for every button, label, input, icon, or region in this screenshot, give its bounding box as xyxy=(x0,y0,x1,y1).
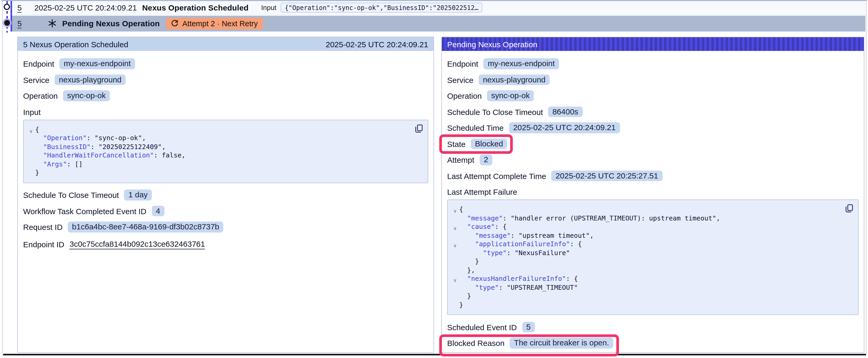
field-service: Service nexus-playground xyxy=(447,74,550,86)
code-line: } xyxy=(459,257,479,266)
field-operation: Operation sync-op-ok xyxy=(447,90,534,102)
field-schedule-to-close-timeout: Schedule To Close Timeout 1 day xyxy=(23,189,152,201)
chevron-down-icon[interactable]: ∨ xyxy=(27,127,35,135)
chevron-down-icon[interactable]: ∨ xyxy=(451,241,459,250)
field-value-chip: nexus-playground xyxy=(55,74,126,85)
field-last-attempt-complete-time: Last Attempt Complete Time 2025-02-25 UT… xyxy=(447,170,662,182)
field-label: Scheduled Time xyxy=(447,123,504,132)
field-schedule-to-close-timeout: Schedule To Close Timeout 86400s xyxy=(447,106,583,118)
code-line: "message": "handler error (UPSTREAM_TIME… xyxy=(459,214,720,223)
code-line: "type": "UPSTREAM_TIMEOUT" xyxy=(459,283,578,292)
field-value-chip: 2 xyxy=(479,155,492,165)
chevron-down-icon[interactable]: ∨ xyxy=(451,276,459,285)
gutter-spacer xyxy=(451,267,459,276)
field-scheduled-event-id: Scheduled Event ID 5 xyxy=(447,321,535,333)
chevron-down-icon[interactable]: ∨ xyxy=(451,207,459,216)
gutter-spacer xyxy=(451,250,459,259)
attempt-retry-badge[interactable]: Attempt 2 · Next Retry xyxy=(166,18,263,29)
field-value-chip: 2025-02-25 UTC 20:25:27.51 xyxy=(552,171,662,182)
panel-title: Pending Nexus Operation xyxy=(447,40,537,48)
window-right-border xyxy=(866,1,866,356)
field-label: Scheduled Event ID xyxy=(447,323,517,331)
gutter-spacer xyxy=(27,170,35,179)
field-blocked-reason: Blocked Reason The circuit breaker is op… xyxy=(447,337,613,349)
gutter-spacer xyxy=(27,135,35,144)
code-line: } xyxy=(459,300,463,309)
field-label: Service xyxy=(447,75,473,84)
code-line: { xyxy=(35,125,39,134)
event-row-pending[interactable]: 5 Pending Nexus Operation Attempt 2 · Ne… xyxy=(12,15,865,32)
attempt-retry-label: Attempt 2 · Next Retry xyxy=(182,19,258,28)
field-label: Endpoint ID xyxy=(23,240,64,249)
gutter-spacer xyxy=(451,233,459,241)
code-line: "Args": [] xyxy=(35,160,83,168)
pending-asterisk-icon xyxy=(48,19,57,28)
field-value-chip: nexus-playground xyxy=(479,74,550,85)
field-value-chip: sync-op-ok xyxy=(487,91,534,101)
code-line: } xyxy=(35,168,39,177)
field-label: Schedule To Close Timeout xyxy=(447,107,543,116)
field-value-chip: my-nexus-endpoint xyxy=(59,59,135,69)
gutter-spacer xyxy=(451,259,459,267)
field-label: Operation xyxy=(23,91,58,100)
field-scheduled-time: Scheduled Time 2025-02-25 UTC 20:24:09.2… xyxy=(447,122,620,134)
field-endpoint: Endpoint my-nexus-endpoint xyxy=(23,58,135,70)
timeline-marker-open-icon xyxy=(3,4,10,10)
field-state: State Blocked xyxy=(447,138,507,150)
input-json-block: ∨{ "Operation": "sync-op-ok", "BusinessI… xyxy=(23,120,428,183)
retry-icon xyxy=(171,20,179,27)
event-input-preview-chip[interactable]: {"Operation":"sync-op-ok","BusinessID":"… xyxy=(281,3,483,13)
event-id-link[interactable]: 5 xyxy=(17,19,22,28)
field-endpoint: Endpoint my-nexus-endpoint xyxy=(447,58,559,70)
pending-operation-panel: Pending Nexus Operation Endpoint my-nexu… xyxy=(441,37,864,353)
field-label: Blocked Reason xyxy=(447,338,504,348)
event-timestamp: 2025-02-25 UTC 20:24:09.21 xyxy=(34,3,137,12)
copy-icon[interactable] xyxy=(845,204,853,213)
code-line: "cause": { xyxy=(459,223,507,231)
gutter-spacer xyxy=(451,216,459,224)
field-label: State xyxy=(447,139,466,148)
panel-title: 5 Nexus Operation Scheduled xyxy=(23,40,128,48)
gutter-spacer xyxy=(451,285,459,293)
state-value-chip: Blocked xyxy=(471,138,507,149)
code-line: "applicationFailureInfo": { xyxy=(459,240,582,249)
endpoint-id-link[interactable]: 3c0c75ccfa8144b092c13ce632463761 xyxy=(70,239,205,249)
code-line: "nexusHandlerFailureInfo": { xyxy=(459,274,578,283)
field-label: Last Attempt Complete Time xyxy=(447,171,546,180)
code-line: "HandlerWaitForCancellation": false, xyxy=(35,151,185,160)
field-value-chip: 5 xyxy=(522,322,535,332)
field-value-chip: b1c6a4bc-8ee7-468a-9169-df3b02c8737b xyxy=(68,222,223,232)
code-line: } xyxy=(459,292,471,300)
timeline-marker-filled-icon xyxy=(4,20,10,26)
panel-timestamp: 2025-02-25 UTC 20:24:09.21 xyxy=(326,40,428,48)
window-left-border xyxy=(2,1,3,356)
event-row-scheduled[interactable]: 5 2025-02-25 UTC 20:24:09.21 Nexus Opera… xyxy=(12,1,865,15)
field-label: Attempt xyxy=(447,155,474,164)
field-label: Request ID xyxy=(23,223,63,231)
state-field-highlighted: State Blocked xyxy=(447,138,507,150)
failure-section-label: Last Attempt Failure xyxy=(447,187,859,196)
field-label: Endpoint xyxy=(447,59,478,68)
event-title: Nexus Operation Scheduled xyxy=(142,3,249,12)
window-bottom-border xyxy=(3,354,866,355)
code-line: { xyxy=(459,205,463,214)
field-value-chip: 1 day xyxy=(124,190,152,200)
chevron-down-icon[interactable]: ∨ xyxy=(451,224,459,233)
field-label: Operation xyxy=(447,91,482,100)
pending-panel-header: Pending Nexus Operation xyxy=(442,37,864,51)
field-operation: Operation sync-op-ok xyxy=(23,90,110,102)
event-input-label: Input xyxy=(261,4,276,12)
field-request-id: Request ID b1c6a4bc-8ee7-468a-9169-df3b0… xyxy=(23,221,223,233)
field-label: Service xyxy=(23,75,50,84)
code-line: "Operation": "sync-op-ok", xyxy=(35,134,146,142)
event-title: Pending Nexus Operation xyxy=(62,19,160,28)
gutter-spacer xyxy=(27,161,35,170)
field-value-chip: sync-op-ok xyxy=(63,91,110,101)
copy-icon[interactable] xyxy=(415,124,423,133)
field-value-chip: 2025-02-25 UTC 20:24:09.21 xyxy=(509,123,620,133)
scheduled-event-panel: 5 Nexus Operation Scheduled 2025-02-25 U… xyxy=(17,37,434,353)
blocked-reason-value-chip: The circuit breaker is open. xyxy=(510,338,613,349)
scheduled-panel-header: 5 Nexus Operation Scheduled 2025-02-25 U… xyxy=(18,37,433,51)
event-id-link[interactable]: 5 xyxy=(17,3,22,12)
field-label: Schedule To Close Timeout xyxy=(23,191,119,199)
